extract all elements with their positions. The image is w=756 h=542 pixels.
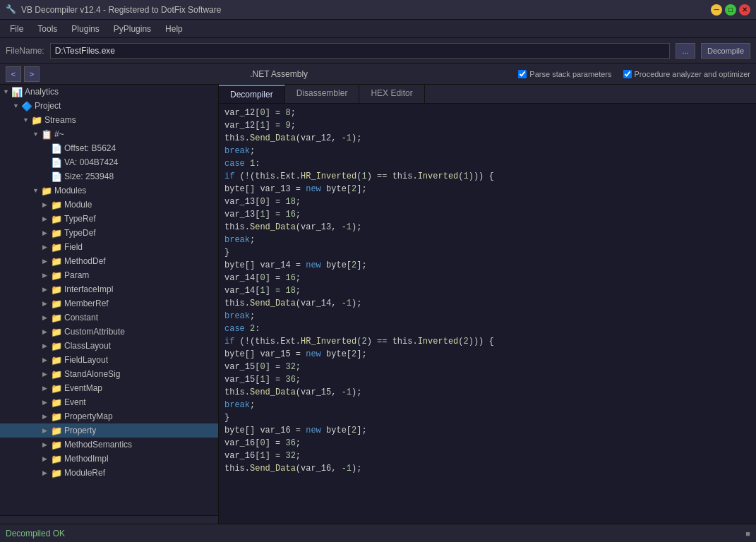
tree-icon-folder: 📁	[51, 411, 62, 422]
code-area: Decompiler Disassembler HEX Editor var_1…	[219, 85, 756, 524]
sidebar-item-constant[interactable]: ▶ 📁 Constant	[0, 311, 218, 325]
tree-icon-folder: 📁	[51, 241, 62, 253]
sidebar-item-memberref[interactable]: ▶ 📁 MemberRef	[0, 296, 218, 311]
sidebar-item-property[interactable]: ▶ 📁 Property	[0, 423, 218, 438]
code-line: var_16[0] = 36;	[219, 437, 756, 450]
sidebar-item-moduleref[interactable]: ▶ 📁 ModuleRef	[0, 466, 218, 480]
parse-stack-input[interactable]	[518, 70, 527, 78]
sidebar-item-modules-parent[interactable]: ▼ 📁 Modules	[0, 183, 218, 198]
tree-label: TypeDef	[64, 228, 96, 238]
tree-label: Param	[64, 270, 89, 280]
tree-icon-folder: 📁	[51, 326, 62, 337]
tree-label: PropertyMap	[64, 411, 113, 421]
sidebar-item-hash[interactable]: ▼ 📋 #~	[0, 127, 218, 141]
tree-label: StandAloneSig	[64, 369, 120, 379]
back-button[interactable]: <	[6, 66, 21, 82]
sidebar-item-project[interactable]: ▼ 🔷 Project	[0, 99, 218, 113]
close-button[interactable]: ✕	[739, 4, 750, 16]
procedure-analyzer-checkbox[interactable]: Procedure analyzer and optimizer	[623, 70, 750, 78]
tree-label: MethodSemantics	[64, 440, 132, 450]
tree-arrow: ▶	[42, 385, 51, 392]
title-bar-text: VB Decompiler v12.4 - Registered to DotF…	[21, 5, 711, 15]
tab-bar: Decompiler Disassembler HEX Editor	[219, 85, 756, 104]
code-line: break;	[219, 145, 756, 157]
tree-label: MemberRef	[64, 299, 109, 308]
menu-pyplugins[interactable]: PyPlugins	[107, 21, 158, 37]
tree-label: Constant	[64, 313, 98, 323]
tab-decompiler[interactable]: Decompiler	[219, 85, 285, 103]
sidebar-item-customattribute[interactable]: ▶ 📁 CustomAttribute	[0, 325, 218, 339]
minimize-button[interactable]: ─	[711, 4, 722, 16]
tree-arrow: ▶	[42, 300, 51, 307]
sidebar-item-methodimpl[interactable]: ▶ 📁 MethodImpl	[0, 452, 218, 466]
code-text: var_12[0] = 8;	[224, 107, 296, 119]
tree-arrow: ▶	[42, 258, 51, 265]
sidebar-item-fieldlayout[interactable]: ▶ 📁 FieldLayout	[0, 353, 218, 367]
menu-plugins[interactable]: Plugins	[64, 21, 106, 37]
sidebar-item-field[interactable]: ▶ 📁 Field	[0, 240, 218, 254]
procedure-analyzer-input[interactable]	[623, 70, 632, 78]
code-scroll[interactable]: var_12[0] = 8; var_12[1] = 9; this.Send_…	[219, 104, 756, 524]
menu-file[interactable]: File	[3, 21, 30, 37]
code-text: case 2:	[224, 323, 260, 335]
menu-tools[interactable]: Tools	[30, 21, 64, 37]
tree-label: Field	[64, 242, 83, 252]
sidebar-hscroll[interactable]	[0, 515, 218, 524]
sidebar-item-offset[interactable]: 📄 Offset: B5624	[0, 141, 218, 155]
parse-stack-checkbox[interactable]: Parse stack parameters	[518, 70, 611, 78]
tab-hex-editor[interactable]: HEX Editor	[359, 85, 424, 103]
sidebar-item-streams[interactable]: ▼ 📁 Streams	[0, 113, 218, 127]
sidebar-item-typeref[interactable]: ▶ 📁 TypeRef	[0, 212, 218, 226]
menu-help[interactable]: Help	[158, 21, 190, 37]
tree-icon-analytics: 📊	[11, 86, 23, 97]
sidebar-item-module[interactable]: ▶ 📁 Module	[0, 198, 218, 212]
code-line: var_15[1] = 36;	[219, 373, 756, 386]
filename-input[interactable]	[50, 43, 670, 59]
sidebar-item-typedef[interactable]: ▶ 📁 TypeDef	[0, 226, 218, 240]
sidebar-item-interfaceimpl[interactable]: ▶ 📁 InterfaceImpl	[0, 282, 218, 296]
code-text: }	[224, 411, 229, 424]
code-line: if (!(this.Ext.HR_Inverted(1) == this.In…	[219, 170, 756, 183]
tree-label: Size: 253948	[64, 171, 114, 181]
sidebar-item-event[interactable]: ▶ 📁 Event	[0, 395, 218, 409]
sidebar-item-eventmap[interactable]: ▶ 📁 EventMap	[0, 381, 218, 395]
tree-label: MethodDef	[64, 256, 106, 266]
tree-icon-folder: 📁	[51, 284, 62, 295]
sidebar-item-analytics[interactable]: ▼ 📊 Analytics	[0, 85, 218, 99]
tree-icon-folder: 📁	[51, 397, 62, 408]
sidebar-item-propertymap[interactable]: ▶ 📁 PropertyMap	[0, 409, 218, 423]
title-bar-buttons: ─ □ ✕	[711, 4, 750, 16]
code-text: if (!(this.Ext.HR_Inverted(1) == this.In…	[224, 170, 494, 183]
tree-label: TypeRef	[64, 214, 96, 224]
tree-arrow: ▶	[42, 314, 51, 321]
tree-label: InterfaceImpl	[64, 284, 113, 294]
sidebar-item-param[interactable]: ▶ 📁 Param	[0, 268, 218, 282]
tree-icon-folder: 📁	[51, 199, 62, 210]
decompile-button[interactable]: Decompile	[701, 43, 750, 59]
sidebar-item-methoddef[interactable]: ▶ 📁 MethodDef	[0, 254, 218, 268]
sidebar-scroll[interactable]: ▼ 📊 Analytics ▼ 🔷 Project ▼ 📁 Streams ▼ …	[0, 85, 218, 515]
tree-label: CustomAttribute	[64, 327, 125, 337]
tree-label: Property	[64, 426, 96, 435]
sidebar-item-va[interactable]: 📄 VA: 004B7424	[0, 155, 218, 169]
code-line: var_16[1] = 32;	[219, 450, 756, 462]
browse-button[interactable]: ...	[676, 43, 695, 59]
tree-label: #~	[54, 129, 64, 139]
tree-icon-project: 🔷	[21, 100, 32, 112]
forward-button[interactable]: >	[24, 66, 40, 82]
sidebar-item-standallonesig[interactable]: ▶ 📁 StandAloneSig	[0, 367, 218, 381]
code-line: case 1:	[219, 157, 756, 170]
tab-disassembler[interactable]: Disassembler	[285, 85, 360, 103]
tree-arrow: ▶	[42, 371, 51, 378]
sidebar-item-classlayout[interactable]: ▶ 📁 ClassLayout	[0, 339, 218, 353]
sidebar-item-size[interactable]: 📄 Size: 253948	[0, 169, 218, 183]
tree-icon-folder: 📁	[51, 467, 62, 478]
sidebar: ▼ 📊 Analytics ▼ 🔷 Project ▼ 📁 Streams ▼ …	[0, 85, 219, 524]
assembly-title: .NET Assembly	[42, 69, 515, 79]
maximize-button[interactable]: □	[725, 4, 736, 16]
code-line: var_15[0] = 32;	[219, 361, 756, 373]
status-bar: Decompiled OK ■	[0, 524, 756, 542]
tree-icon-folder: 📁	[51, 439, 62, 450]
sidebar-item-methodsemantics[interactable]: ▶ 📁 MethodSemantics	[0, 438, 218, 452]
code-line: var_12[0] = 8;	[219, 107, 756, 119]
